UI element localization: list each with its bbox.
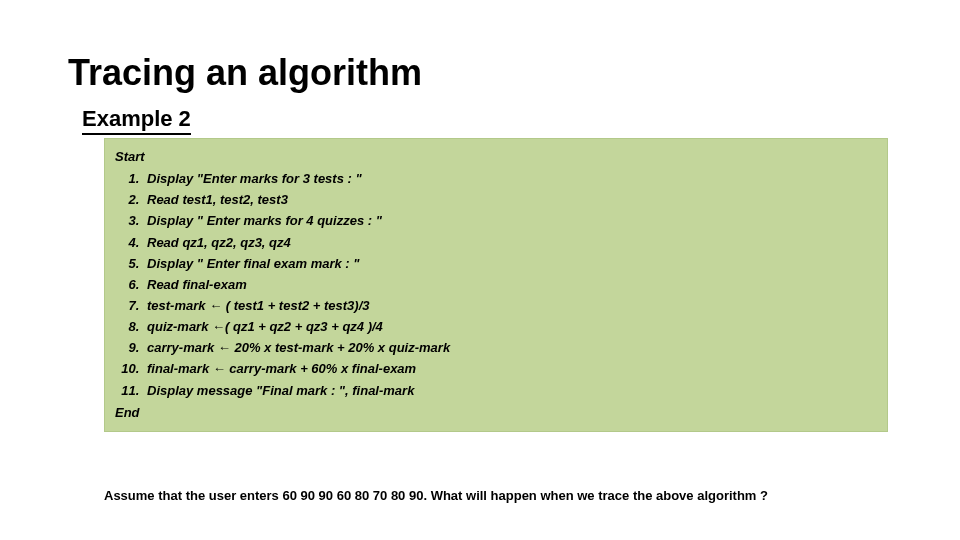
algorithm-step: carry-mark ← 20% x test-mark + 20% x qui… xyxy=(143,338,877,358)
algorithm-step: Display message "Final mark : ", final-m… xyxy=(143,381,877,401)
algorithm-step: Display "Enter marks for 3 tests : " xyxy=(143,169,877,189)
example-label: Example 2 xyxy=(82,106,191,135)
algorithm-step: quiz-mark ←( qz1 + qz2 + qz3 + qz4 )/4 xyxy=(143,317,877,337)
page-title: Tracing an algorithm xyxy=(68,52,422,94)
algorithm-step: final-mark ← carry-mark + 60% x final-ex… xyxy=(143,359,877,379)
algorithm-end: End xyxy=(115,403,877,423)
algorithm-start: Start xyxy=(115,147,877,167)
algorithm-step: Read qz1, qz2, qz3, qz4 xyxy=(143,233,877,253)
algorithm-step: Display " Enter marks for 4 quizzes : " xyxy=(143,211,877,231)
algorithm-step: Read test1, test2, test3 xyxy=(143,190,877,210)
question-text: Assume that the user enters 60 90 90 60 … xyxy=(104,488,888,503)
algorithm-step: Read final-exam xyxy=(143,275,877,295)
algorithm-box: Start Display "Enter marks for 3 tests :… xyxy=(104,138,888,432)
algorithm-step: test-mark ← ( test1 + test2 + test3)/3 xyxy=(143,296,877,316)
algorithm-step: Display " Enter final exam mark : " xyxy=(143,254,877,274)
algorithm-steps: Display "Enter marks for 3 tests : " Rea… xyxy=(143,169,877,401)
